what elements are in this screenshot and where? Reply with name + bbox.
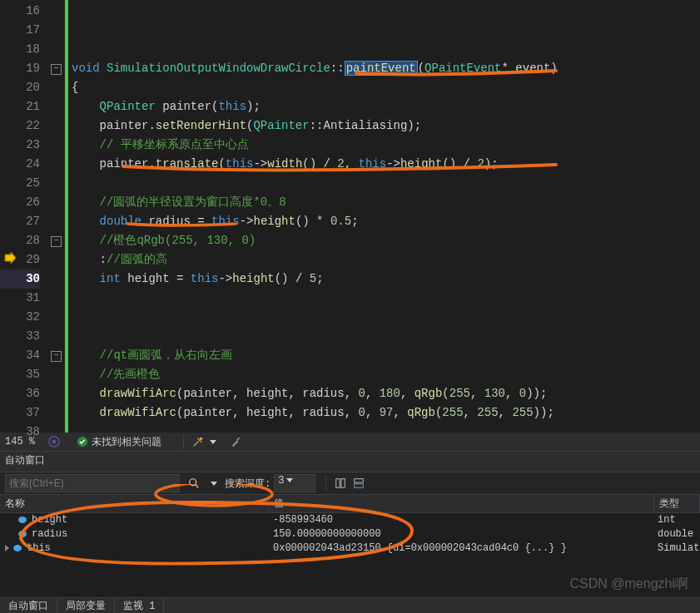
svg-rect-9: [341, 479, 345, 488]
fold-column: − − −: [48, 0, 65, 433]
bottom-tabs: 自动窗口 局部变量 监视 1: [0, 597, 700, 613]
code-line[interactable]: painter.setRenderHint(QPainter::Antialia…: [65, 116, 700, 136]
line-number: 31: [0, 289, 40, 308]
execution-pointer-icon: [3, 251, 17, 264]
fold-toggle-icon[interactable]: −: [51, 64, 62, 75]
tool-icon[interactable]: [192, 436, 216, 447]
svg-line-7: [196, 485, 199, 488]
code-line[interactable]: //橙色qRgb(255, 130, 0): [65, 231, 700, 250]
line-number: 20: [0, 78, 40, 97]
clear-icon[interactable]: [205, 476, 220, 491]
variable-icon: [17, 529, 28, 539]
line-number: 35: [0, 365, 40, 384]
col-type[interactable]: 类型: [654, 495, 700, 512]
code-line[interactable]: double radius = this->height() * 0.5;: [65, 212, 700, 231]
line-number: 33: [0, 327, 40, 346]
line-number: 21: [0, 97, 40, 116]
variable-icon: [17, 515, 28, 525]
auto-window-title: 自动窗口: [0, 451, 700, 472]
line-number: 23: [0, 136, 40, 155]
variable-icon: [12, 543, 23, 553]
code-line[interactable]: //圆弧的半径设置为窗口高度*0。8: [65, 193, 700, 212]
issues-status[interactable]: 未找到相关问题: [77, 435, 161, 449]
line-number: 18: [0, 40, 40, 59]
line-number: 16: [0, 2, 40, 21]
line-number: 24: [0, 155, 40, 174]
view-icon-2[interactable]: [351, 476, 366, 491]
depth-label: 搜索深度:: [225, 477, 271, 491]
code-line[interactable]: // 平移坐标系原点至中心点: [65, 136, 700, 155]
code-line[interactable]: int height = this->height() / 5;: [65, 269, 700, 289]
code-editor: 16 17 18 19 20 21 22 23 24 25 26 27 28 2…: [0, 0, 700, 433]
code-line[interactable]: drawWifiArc(painter, height, radius, 0, …: [65, 403, 700, 423]
line-number: 36: [0, 384, 40, 403]
code-line[interactable]: //qt画圆弧，从右向左画: [65, 346, 700, 365]
change-indicator: [65, 0, 68, 433]
svg-rect-11: [355, 484, 364, 487]
line-number: 22: [0, 116, 40, 136]
issues-text: 未找到相关问题: [92, 435, 161, 449]
svg-marker-0: [5, 252, 16, 264]
status-bar: 145 % 未找到相关问题: [0, 433, 700, 451]
fold-toggle-icon[interactable]: −: [51, 351, 62, 362]
line-number: 38: [0, 423, 40, 442]
search-input[interactable]: [5, 474, 180, 492]
watch-grid: 名称 值 类型 height -858993460 int radius 150…: [0, 494, 700, 556]
svg-point-4: [200, 438, 203, 441]
code-line[interactable]: QPainter painter(this);: [65, 97, 700, 116]
line-number-gutter: 16 17 18 19 20 21 22 23 24 25 26 27 28 2…: [0, 0, 48, 433]
code-line[interactable]: void SimulationOutputWindowDrawCircle::p…: [65, 59, 700, 78]
line-number: 25: [0, 174, 40, 193]
line-number: 17: [0, 21, 40, 40]
line-number: 27: [0, 212, 40, 231]
auto-toolbar: 搜索深度: 3: [0, 472, 700, 494]
table-row[interactable]: height -858993460 int: [0, 513, 700, 527]
line-number: 30: [0, 269, 40, 289]
svg-point-6: [190, 479, 196, 486]
code-line[interactable]: drawWifiArc(painter, height, radius, 0, …: [65, 384, 700, 403]
col-value[interactable]: 值: [269, 495, 654, 512]
line-number: 26: [0, 193, 40, 212]
expand-icon[interactable]: [5, 545, 9, 551]
search-icon[interactable]: [186, 476, 201, 491]
fold-toggle-icon[interactable]: −: [51, 236, 62, 247]
line-number: 34: [0, 346, 40, 365]
tab-locals[interactable]: 局部变量: [57, 598, 115, 613]
line-number: 19: [0, 59, 40, 78]
svg-point-14: [13, 545, 22, 551]
code-line[interactable]: ://圆弧的高: [65, 250, 700, 269]
tab-auto[interactable]: 自动窗口: [0, 598, 57, 613]
view-icon-1[interactable]: [333, 476, 348, 491]
col-name[interactable]: 名称: [0, 495, 269, 512]
svg-point-13: [18, 531, 27, 537]
code-line[interactable]: //先画橙色: [65, 365, 700, 384]
code-line[interactable]: {: [65, 78, 700, 97]
code-area[interactable]: void SimulationOutputWindowDrawCircle::p…: [65, 0, 700, 433]
grid-header: 名称 值 类型: [0, 494, 700, 513]
code-line[interactable]: painter.translate(this->width() / 2, thi…: [65, 155, 700, 174]
line-number: 28: [0, 231, 40, 250]
line-number: 37: [0, 403, 40, 423]
tab-watch1[interactable]: 监视 1: [115, 598, 164, 613]
watermark: CSDN @mengzhi啊: [570, 576, 689, 593]
screwdriver-icon[interactable]: [230, 436, 245, 447]
svg-rect-10: [355, 479, 364, 482]
svg-point-12: [18, 517, 27, 523]
table-row[interactable]: this 0x000002043ad23150 {ui=0x000002043c…: [0, 541, 700, 556]
svg-rect-8: [336, 479, 340, 488]
line-number: 32: [0, 308, 40, 327]
svg-rect-5: [236, 438, 240, 441]
table-row[interactable]: radius 150.00000000000000 double: [0, 527, 700, 541]
depth-select[interactable]: 3: [274, 474, 315, 492]
